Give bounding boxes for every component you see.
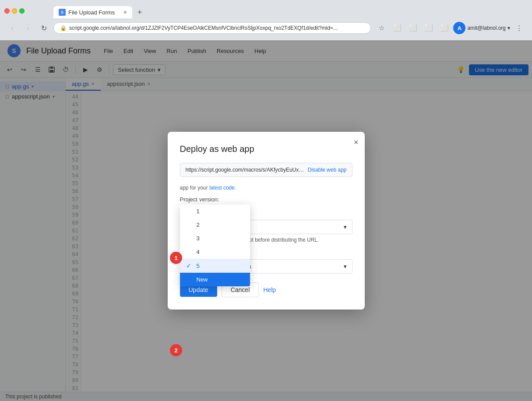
current-url-section: https://script.google.com/macros/s/AKfyc… [180,163,352,177]
user-chevron: ▾ [507,25,510,31]
back-btn[interactable]: ‹ [6,22,18,34]
version3-label: 3 [197,235,200,242]
version-option-2[interactable]: 2 [180,218,250,232]
user-avatar: A [453,22,465,34]
browser-tab[interactable]: S File Upload Forms × [53,6,132,18]
modal-title: Deploy as web app [180,144,352,154]
project-note: app for your latest code. [180,185,352,191]
versionnew-label: New [197,276,208,283]
version-option-5[interactable]: ✓ 5 [180,259,250,273]
more-options-icon[interactable]: ⋮ [512,21,526,35]
extensions-icon[interactable]: ⬜ [422,21,436,35]
modal-close-btn[interactable]: × [354,138,359,147]
minimize-window-btn[interactable] [12,8,17,14]
version-option-1[interactable]: 1 [180,204,250,218]
traffic-lights [4,8,25,14]
web-app-url-value: https://script.google.com/macros/s/AKfyc… [186,167,304,173]
deploy-modal: × Deploy as web app https://script.googl… [168,132,365,310]
user-menu[interactable]: A amit@labnol.org ▾ [453,22,510,34]
new-tab-btn[interactable]: + [133,6,146,18]
maximize-window-btn[interactable] [19,8,25,14]
latest-code-link[interactable]: latest code. [209,185,236,191]
version5-check: ✓ [186,262,193,269]
version2-label: 2 [197,222,200,228]
callout-1: 1 [170,252,182,264]
callout-2: 2 [170,344,182,356]
extension2-icon[interactable]: ⬜ [437,21,451,35]
execute-chevron: ▾ [344,224,347,230]
tab-favicon: S [59,9,66,16]
project-note-prefix: app for your [180,185,209,191]
version-dropdown[interactable]: 1 2 3 4 ✓ 5 [180,204,250,286]
user-email: amit@labnol.org [467,25,506,31]
disable-web-app-link[interactable]: Disable web app [308,167,347,173]
access-chevron: ▾ [344,263,347,270]
history-icon[interactable]: ⬜ [406,21,420,35]
version-label-text2: version: [199,196,219,203]
modal-overlay: × Deploy as web app https://script.googl… [0,40,532,401]
url-box: https://script.google.com/macros/s/AKfyc… [180,163,352,177]
help-btn[interactable]: Help [263,286,276,293]
tab-title: File Upload Forms [68,9,115,16]
version-option-3[interactable]: 3 [180,232,250,245]
tab-close-btn[interactable]: × [123,9,127,16]
version-label-text: Project [180,196,197,203]
url-text: script.google.com/a/labnol.org/d/1ZJZlF2… [69,25,364,31]
address-bar[interactable]: 🔒 script.google.com/a/labnol.org/d/1ZJZl… [53,22,371,34]
forward-btn[interactable]: › [22,22,34,34]
close-window-btn[interactable] [4,8,10,14]
version1-label: 1 [197,208,200,215]
refresh-btn[interactable]: ↻ [38,22,50,34]
version-label: Project version: [180,196,352,203]
account-icon[interactable]: ⬜ [390,21,404,35]
version-option-4[interactable]: 4 [180,245,250,259]
version-option-new[interactable]: New [180,273,250,286]
version5-label: 5 [197,263,200,269]
bookmark-icon[interactable]: ☆ [374,21,388,35]
version4-label: 4 [197,249,200,255]
lock-icon: 🔒 [60,25,67,31]
